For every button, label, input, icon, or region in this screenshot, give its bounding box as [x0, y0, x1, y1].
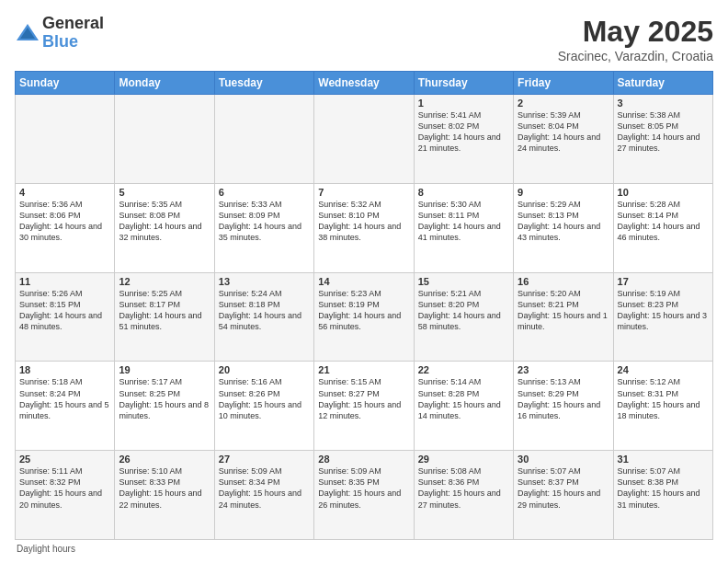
calendar-cell: 29Sunrise: 5:08 AM Sunset: 8:36 PM Dayli…	[414, 451, 513, 540]
day-number: 19	[119, 364, 210, 375]
day-info: Sunrise: 5:09 AM Sunset: 8:34 PM Dayligh…	[219, 465, 310, 511]
calendar-cell: 30Sunrise: 5:07 AM Sunset: 8:37 PM Dayli…	[514, 451, 613, 540]
col-monday: Monday	[115, 72, 214, 95]
day-number: 13	[219, 276, 310, 287]
header: General Blue May 2025 Sracinec, Varazdin…	[15, 15, 713, 63]
calendar-week-2: 4Sunrise: 5:36 AM Sunset: 8:06 PM Daylig…	[16, 183, 713, 272]
calendar-cell: 8Sunrise: 5:30 AM Sunset: 8:11 PM Daylig…	[414, 183, 513, 272]
day-info: Sunrise: 5:19 AM Sunset: 8:23 PM Dayligh…	[618, 288, 709, 333]
day-info: Sunrise: 5:08 AM Sunset: 8:36 PM Dayligh…	[418, 465, 509, 511]
col-tuesday: Tuesday	[214, 72, 313, 95]
calendar-cell: 3Sunrise: 5:38 AM Sunset: 8:05 PM Daylig…	[613, 95, 712, 184]
logo-blue: Blue	[42, 33, 104, 52]
calendar-cell	[16, 95, 115, 184]
calendar-week-5: 25Sunrise: 5:11 AM Sunset: 8:32 PM Dayli…	[16, 451, 713, 540]
day-info: Sunrise: 5:12 AM Sunset: 8:31 PM Dayligh…	[618, 376, 709, 421]
calendar-cell: 26Sunrise: 5:10 AM Sunset: 8:33 PM Dayli…	[115, 451, 214, 540]
day-number: 3	[618, 98, 709, 109]
logo-text: General Blue	[42, 15, 104, 52]
day-number: 25	[19, 454, 110, 465]
day-number: 6	[219, 187, 310, 198]
daylight-hours-label: Daylight hours	[17, 544, 75, 554]
calendar-week-1: 1Sunrise: 5:41 AM Sunset: 8:02 PM Daylig…	[16, 95, 713, 184]
day-info: Sunrise: 5:41 AM Sunset: 8:02 PM Dayligh…	[418, 109, 509, 155]
calendar-cell	[214, 95, 313, 184]
calendar-cell: 1Sunrise: 5:41 AM Sunset: 8:02 PM Daylig…	[414, 95, 513, 184]
day-info: Sunrise: 5:25 AM Sunset: 8:17 PM Dayligh…	[119, 288, 210, 333]
day-info: Sunrise: 5:17 AM Sunset: 8:25 PM Dayligh…	[119, 376, 210, 421]
day-info: Sunrise: 5:10 AM Sunset: 8:33 PM Dayligh…	[119, 465, 210, 511]
day-number: 18	[19, 364, 110, 375]
day-info: Sunrise: 5:11 AM Sunset: 8:32 PM Dayligh…	[19, 465, 110, 511]
day-info: Sunrise: 5:15 AM Sunset: 8:27 PM Dayligh…	[318, 376, 409, 421]
calendar-cell: 16Sunrise: 5:20 AM Sunset: 8:21 PM Dayli…	[514, 272, 613, 362]
day-number: 1	[418, 98, 509, 109]
col-wednesday: Wednesday	[314, 72, 414, 95]
calendar-cell: 6Sunrise: 5:33 AM Sunset: 8:09 PM Daylig…	[214, 183, 313, 272]
col-thursday: Thursday	[414, 72, 513, 95]
calendar-week-4: 18Sunrise: 5:18 AM Sunset: 8:24 PM Dayli…	[16, 362, 713, 451]
calendar-cell: 5Sunrise: 5:35 AM Sunset: 8:08 PM Daylig…	[115, 183, 214, 272]
day-info: Sunrise: 5:38 AM Sunset: 8:05 PM Dayligh…	[618, 109, 709, 155]
day-number: 30	[518, 454, 609, 465]
day-number: 4	[19, 187, 110, 198]
day-info: Sunrise: 5:36 AM Sunset: 8:06 PM Dayligh…	[19, 199, 110, 244]
logo-icon	[15, 20, 40, 46]
day-info: Sunrise: 5:29 AM Sunset: 8:13 PM Dayligh…	[518, 199, 609, 244]
calendar-cell: 14Sunrise: 5:23 AM Sunset: 8:19 PM Dayli…	[314, 272, 414, 362]
calendar-cell: 11Sunrise: 5:26 AM Sunset: 8:15 PM Dayli…	[16, 272, 115, 362]
day-info: Sunrise: 5:39 AM Sunset: 8:04 PM Dayligh…	[518, 109, 609, 155]
day-number: 16	[518, 276, 609, 287]
day-info: Sunrise: 5:09 AM Sunset: 8:35 PM Dayligh…	[318, 465, 409, 511]
calendar-cell: 18Sunrise: 5:18 AM Sunset: 8:24 PM Dayli…	[16, 362, 115, 451]
calendar-header-row: Sunday Monday Tuesday Wednesday Thursday…	[16, 72, 713, 95]
day-number: 12	[119, 276, 210, 287]
calendar-week-3: 11Sunrise: 5:26 AM Sunset: 8:15 PM Dayli…	[16, 272, 713, 362]
day-number: 10	[618, 187, 709, 198]
day-number: 7	[318, 187, 409, 198]
day-number: 8	[418, 187, 509, 198]
calendar-cell: 24Sunrise: 5:12 AM Sunset: 8:31 PM Dayli…	[613, 362, 712, 451]
day-number: 22	[418, 364, 509, 375]
calendar: Sunday Monday Tuesday Wednesday Thursday…	[15, 71, 713, 540]
calendar-cell: 15Sunrise: 5:21 AM Sunset: 8:20 PM Dayli…	[414, 272, 513, 362]
day-info: Sunrise: 5:16 AM Sunset: 8:26 PM Dayligh…	[219, 376, 310, 421]
day-number: 14	[318, 276, 409, 287]
calendar-cell	[314, 95, 414, 184]
day-info: Sunrise: 5:20 AM Sunset: 8:21 PM Dayligh…	[518, 288, 609, 333]
calendar-cell	[115, 95, 214, 184]
day-number: 5	[119, 187, 210, 198]
day-number: 21	[318, 364, 409, 375]
day-info: Sunrise: 5:28 AM Sunset: 8:14 PM Dayligh…	[618, 199, 709, 244]
logo: General Blue	[15, 15, 104, 52]
day-number: 29	[418, 454, 509, 465]
day-number: 15	[418, 276, 509, 287]
day-info: Sunrise: 5:24 AM Sunset: 8:18 PM Dayligh…	[219, 288, 310, 333]
calendar-cell: 25Sunrise: 5:11 AM Sunset: 8:32 PM Dayli…	[16, 451, 115, 540]
month-year: May 2025	[558, 15, 713, 49]
day-info: Sunrise: 5:30 AM Sunset: 8:11 PM Dayligh…	[418, 199, 509, 244]
day-number: 20	[219, 364, 310, 375]
calendar-cell: 22Sunrise: 5:14 AM Sunset: 8:28 PM Dayli…	[414, 362, 513, 451]
day-info: Sunrise: 5:14 AM Sunset: 8:28 PM Dayligh…	[418, 376, 509, 421]
calendar-cell: 19Sunrise: 5:17 AM Sunset: 8:25 PM Dayli…	[115, 362, 214, 451]
day-number: 28	[318, 454, 409, 465]
calendar-cell: 23Sunrise: 5:13 AM Sunset: 8:29 PM Dayli…	[514, 362, 613, 451]
calendar-cell: 12Sunrise: 5:25 AM Sunset: 8:17 PM Dayli…	[115, 272, 214, 362]
day-info: Sunrise: 5:32 AM Sunset: 8:10 PM Dayligh…	[318, 199, 409, 244]
day-info: Sunrise: 5:18 AM Sunset: 8:24 PM Dayligh…	[19, 376, 110, 421]
day-number: 26	[119, 454, 210, 465]
day-info: Sunrise: 5:33 AM Sunset: 8:09 PM Dayligh…	[219, 199, 310, 244]
calendar-cell: 4Sunrise: 5:36 AM Sunset: 8:06 PM Daylig…	[16, 183, 115, 272]
col-friday: Friday	[514, 72, 613, 95]
day-number: 11	[19, 276, 110, 287]
title-block: May 2025 Sracinec, Varazdin, Croatia	[558, 15, 713, 63]
day-number: 24	[618, 364, 709, 375]
day-info: Sunrise: 5:13 AM Sunset: 8:29 PM Dayligh…	[518, 376, 609, 421]
page: General Blue May 2025 Sracinec, Varazdin…	[0, 0, 728, 563]
location: Sracinec, Varazdin, Croatia	[558, 49, 713, 63]
day-number: 31	[618, 454, 709, 465]
calendar-cell: 20Sunrise: 5:16 AM Sunset: 8:26 PM Dayli…	[214, 362, 313, 451]
day-info: Sunrise: 5:07 AM Sunset: 8:37 PM Dayligh…	[518, 465, 609, 511]
calendar-cell: 10Sunrise: 5:28 AM Sunset: 8:14 PM Dayli…	[613, 183, 712, 272]
